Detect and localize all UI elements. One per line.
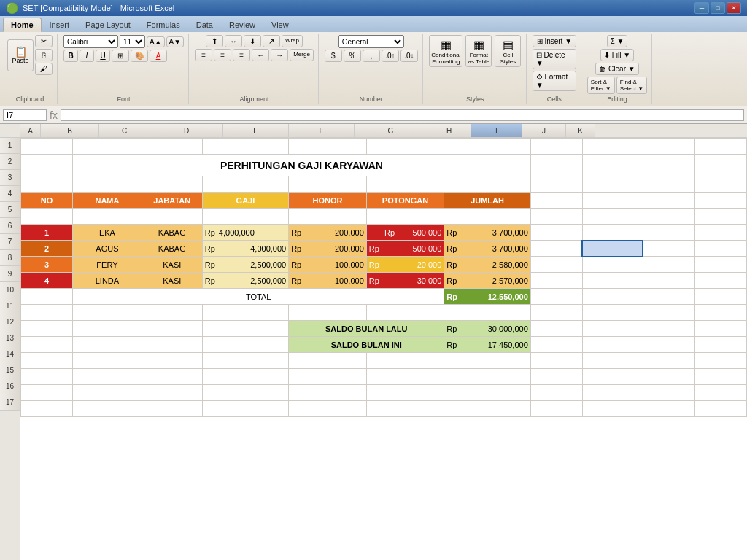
find-select-button[interactable]: Find &Select ▼ — [616, 77, 647, 94]
cell-d3[interactable] — [202, 176, 288, 192]
align-middle-button[interactable]: ↔ — [225, 35, 242, 47]
cell-d5[interactable] — [202, 209, 288, 225]
cell-total-label[interactable]: TOTAL — [73, 289, 444, 305]
cell-g3[interactable] — [444, 176, 530, 192]
cell-h7[interactable] — [530, 241, 582, 257]
number-format-select[interactable]: General — [338, 35, 404, 48]
row-header-10[interactable]: 10 — [0, 282, 20, 298]
cell-i8[interactable] — [582, 257, 643, 273]
formula-input[interactable] — [61, 109, 744, 121]
cell-j1[interactable] — [643, 139, 694, 155]
tab-page-layout[interactable]: Page Layout — [77, 18, 139, 32]
cell-jml-3[interactable]: Rp 2,580,000 — [444, 257, 530, 273]
cell-jml-2[interactable]: Rp 3,700,000 — [444, 241, 530, 257]
header-nama[interactable]: NAMA — [73, 192, 142, 209]
row-header-11[interactable]: 11 — [0, 298, 20, 314]
cell-k8[interactable] — [694, 257, 746, 273]
cell-h3[interactable] — [530, 176, 582, 192]
cell-h8[interactable] — [530, 257, 582, 273]
cell-i12[interactable] — [582, 321, 643, 337]
cell-c1[interactable] — [142, 139, 202, 155]
align-top-button[interactable]: ⬆ — [206, 35, 223, 47]
col-header-c[interactable]: C — [99, 124, 150, 137]
row-header-1[interactable]: 1 — [0, 138, 20, 154]
cell-h4[interactable] — [530, 192, 582, 209]
cell-no-4[interactable]: 4 — [21, 273, 73, 289]
row-header-2[interactable]: 2 — [0, 154, 20, 170]
cell-h6[interactable] — [530, 225, 582, 241]
align-center-button[interactable]: ≡ — [214, 49, 231, 61]
decrease-indent-button[interactable]: ← — [252, 49, 269, 61]
cell-d13[interactable] — [202, 337, 288, 353]
increase-decimal-button[interactable]: .0↑ — [382, 50, 399, 62]
restore-button[interactable]: □ — [711, 2, 725, 14]
cell-k11[interactable] — [694, 305, 746, 321]
tab-data[interactable]: Data — [188, 18, 221, 32]
cell-total-val[interactable]: Rp 12,550,000 — [444, 289, 530, 305]
cell-k6[interactable] — [694, 225, 746, 241]
minimize-button[interactable]: ─ — [694, 2, 709, 14]
header-jabatan[interactable]: JABATAN — [142, 192, 202, 209]
cell-d12[interactable] — [202, 321, 288, 337]
cell-b1[interactable] — [73, 139, 142, 155]
cell-f5[interactable] — [366, 209, 444, 225]
col-header-i[interactable]: I — [471, 124, 522, 137]
col-header-k[interactable]: K — [566, 124, 595, 137]
col-header-h[interactable]: H — [427, 124, 471, 137]
row-header-4[interactable]: 4 — [0, 186, 20, 202]
cell-k10[interactable] — [694, 289, 746, 305]
cell-pot-2[interactable]: Rp 500,000 — [366, 241, 444, 257]
cell-a1[interactable] — [21, 139, 73, 155]
cell-pot-4[interactable]: Rp 30,000 — [366, 273, 444, 289]
insert-button[interactable]: ⊞ Insert ▼ — [533, 35, 576, 47]
comma-button[interactable]: , — [363, 50, 380, 62]
row-header-7[interactable]: 7 — [0, 234, 20, 250]
cell-i3[interactable] — [582, 176, 643, 192]
close-button[interactable]: ✕ — [727, 2, 741, 14]
cell-gaji-3[interactable]: Rp 2,500,000 — [202, 257, 288, 273]
cell-jabatan-4[interactable]: KASI — [142, 273, 202, 289]
cell-gaji-4[interactable]: Rp 2,500,000 — [202, 273, 288, 289]
cell-e11[interactable] — [289, 305, 367, 321]
cell-h11[interactable] — [530, 305, 582, 321]
cell-honor-1[interactable]: Rp 200,000 — [289, 225, 367, 241]
cell-i13[interactable] — [582, 337, 643, 353]
cell-b12[interactable] — [73, 321, 142, 337]
cell-k13[interactable] — [694, 337, 746, 353]
cell-i6[interactable] — [582, 225, 643, 241]
tab-insert[interactable]: Insert — [42, 18, 78, 32]
cell-e1[interactable] — [289, 139, 367, 155]
cell-a11[interactable] — [21, 305, 73, 321]
cell-no-3[interactable]: 3 — [21, 257, 73, 273]
cell-h9[interactable] — [530, 273, 582, 289]
cell-i5[interactable] — [582, 209, 643, 225]
header-honor[interactable]: HONOR — [289, 192, 367, 209]
cell-j7[interactable] — [643, 241, 694, 257]
col-header-j[interactable]: J — [522, 124, 566, 137]
header-no[interactable]: NO — [21, 192, 73, 209]
underline-button[interactable]: U — [96, 50, 110, 62]
tab-review[interactable]: Review — [221, 18, 263, 32]
cell-i10[interactable] — [582, 289, 643, 305]
cell-gaji-2[interactable]: Rp 4,000,000 — [202, 241, 288, 257]
font-color-button[interactable]: A — [150, 50, 167, 62]
cell-nama-2[interactable]: AGUS — [73, 241, 142, 257]
cell-saldo-lalu-label[interactable]: SALDO BULAN LALU — [289, 321, 444, 337]
cell-reference-input[interactable] — [3, 109, 47, 121]
tab-home[interactable]: Home — [3, 18, 42, 32]
cell-e3[interactable] — [289, 176, 367, 192]
fill-color-button[interactable]: 🎨 — [131, 50, 148, 62]
cell-j13[interactable] — [643, 337, 694, 353]
cell-b11[interactable] — [73, 305, 142, 321]
cell-h2[interactable] — [530, 155, 582, 176]
cell-h13[interactable] — [530, 337, 582, 353]
cell-h1[interactable] — [530, 139, 582, 155]
row-header-3[interactable]: 3 — [0, 170, 20, 186]
cell-jabatan-3[interactable]: KASI — [142, 257, 202, 273]
tab-view[interactable]: View — [263, 18, 297, 32]
col-header-b[interactable]: B — [41, 124, 99, 137]
cell-nama-3[interactable]: FERY — [73, 257, 142, 273]
cell-c5[interactable] — [142, 209, 202, 225]
cell-honor-2[interactable]: Rp 200,000 — [289, 241, 367, 257]
cell-b3[interactable] — [73, 176, 142, 192]
